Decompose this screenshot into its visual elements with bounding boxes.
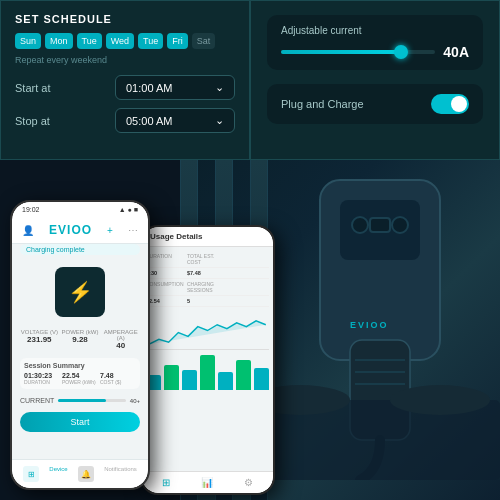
charger-symbol-icon: ⚡ xyxy=(68,280,93,304)
amperage-value: 40 xyxy=(116,341,125,350)
svg-rect-4 xyxy=(370,218,390,232)
stop-label: Stop at xyxy=(15,115,70,127)
stop-time-value: 05:00 AM xyxy=(126,115,172,127)
svg-point-3 xyxy=(392,217,408,233)
charger-icon-area: ⚡ xyxy=(12,259,148,325)
current-max: 40+ xyxy=(130,398,140,404)
sessions-val: 5 xyxy=(187,298,228,304)
toggle-knob xyxy=(451,96,467,112)
col-sessions: CHARGING SESSIONS xyxy=(187,281,228,293)
mini-slider[interactable] xyxy=(58,399,126,402)
svg-point-2 xyxy=(352,217,368,233)
phone-status-bar: 19:02 ▲ ● ■ xyxy=(12,202,148,217)
menu-icon[interactable]: ⋯ xyxy=(128,225,138,236)
plug-toggle[interactable] xyxy=(431,94,469,114)
phone-status-icons: ▲ ● ■ xyxy=(119,206,138,213)
schedule-panel: SET SCHEDULE Sun Mon Tue Wed Tue Fri Sat… xyxy=(0,0,250,160)
phone-screen-right: Usage Details DURATION TOTAL EST. COST 1… xyxy=(142,227,273,493)
start-chevron-icon: ⌄ xyxy=(215,81,224,94)
nav-device-label: Device xyxy=(49,466,67,482)
day-tue2[interactable]: Tue xyxy=(138,33,163,49)
phones-area: 19:02 ▲ ● ■ 👤 EVIOO + ⋯ Charging complet… xyxy=(0,180,340,500)
col-consumption: CONSUMPTION xyxy=(146,281,187,293)
line-chart xyxy=(146,315,269,350)
nav-notif-icon[interactable]: 🔔 xyxy=(78,466,94,482)
slider-track[interactable] xyxy=(281,50,435,54)
slider-fill xyxy=(281,50,397,54)
start-time-value: 01:00 AM xyxy=(126,82,172,94)
col-blank xyxy=(228,253,269,265)
right-phone-nav: ⊞ 📊 ⚙ xyxy=(142,471,273,493)
mini-fill xyxy=(58,399,105,402)
add-icon[interactable]: + xyxy=(107,225,113,236)
right-nav-icon-3[interactable]: ⚙ xyxy=(244,477,253,488)
bar-6 xyxy=(236,360,251,390)
start-time-input[interactable]: 01:00 AM ⌄ xyxy=(115,75,235,100)
day-mon[interactable]: Mon xyxy=(45,33,73,49)
usage-header-row-2: CONSUMPTION CHARGING SESSIONS xyxy=(146,279,269,296)
phone-screen-left: 19:02 ▲ ● ■ 👤 EVIOO + ⋯ Charging complet… xyxy=(12,202,148,488)
app-name: EVIOO xyxy=(49,223,92,237)
bar-7 xyxy=(254,368,269,390)
right-phone-header: Usage Details xyxy=(142,227,273,247)
power-stat: POWER (kW) 9.28 xyxy=(61,329,100,350)
stop-time-row: Stop at 05:00 AM ⌄ xyxy=(15,108,235,133)
day-sat[interactable]: Sat xyxy=(192,33,216,49)
schedule-title: SET SCHEDULE xyxy=(15,13,235,25)
repeat-text: Repeat every weekend xyxy=(15,55,235,65)
current-label-phone: CURRENT xyxy=(20,397,54,404)
svg-text:EVIOO: EVIOO xyxy=(350,320,389,330)
start-label: Start at xyxy=(15,82,70,94)
session-cost: 7.48 COST ($) xyxy=(100,372,136,385)
start-time-row: Start at 01:00 AM ⌄ xyxy=(15,75,235,100)
charging-badge: Charging complete xyxy=(20,244,140,255)
plug-section: Plug and Charge xyxy=(267,84,483,124)
slider-row: 40A xyxy=(281,44,469,60)
current-label: Adjustable current xyxy=(281,25,469,36)
line-chart-svg xyxy=(146,315,269,349)
session-duration: 01:30:23 DURATION xyxy=(24,372,60,385)
col-cost: TOTAL EST. COST xyxy=(187,253,228,265)
stop-chevron-icon: ⌄ xyxy=(215,114,224,127)
current-section: Adjustable current 40A xyxy=(267,15,483,70)
charger-icon-box: ⚡ xyxy=(55,267,105,317)
phone-left: 19:02 ▲ ● ■ 👤 EVIOO + ⋯ Charging complet… xyxy=(10,200,150,490)
stats-grid: VOLTAGE (V) 231.95 POWER (kW) 9.28 AMPER… xyxy=(12,325,148,354)
bar-chart xyxy=(146,350,269,390)
chart-area xyxy=(142,311,273,471)
phone-time: 19:02 xyxy=(22,206,40,213)
stop-time-input[interactable]: 05:00 AM ⌄ xyxy=(115,108,235,133)
phone-nav: ⊞ Device 🔔 Notifications xyxy=(12,459,148,488)
bar-2 xyxy=(164,365,179,390)
session-kwh: 22.54 POWER (kWh) xyxy=(62,372,98,385)
start-button[interactable]: Start xyxy=(20,412,140,432)
usage-header-row: DURATION TOTAL EST. COST xyxy=(146,251,269,268)
day-sun[interactable]: Sun xyxy=(15,33,41,49)
duration-val: 1:30 xyxy=(146,270,187,276)
bar-3 xyxy=(182,370,197,390)
amperage-stat: AMPERAGE (A) 40 xyxy=(101,329,140,350)
phone-right: Usage Details DURATION TOTAL EST. COST 1… xyxy=(140,225,275,495)
day-tue[interactable]: Tue xyxy=(77,33,102,49)
day-wed[interactable]: Wed xyxy=(106,33,134,49)
right-nav-icon-1[interactable]: ⊞ xyxy=(162,477,170,488)
cost-val: $7.48 xyxy=(187,270,228,276)
right-panel: Adjustable current 40A Plug and Charge xyxy=(250,0,500,160)
blank-val xyxy=(228,270,269,276)
nav-notif-label: Notifications xyxy=(104,466,137,482)
day-selector: Sun Mon Tue Wed Tue Fri Sat xyxy=(15,33,235,49)
session-title: Session Summary xyxy=(24,362,136,369)
current-row: CURRENT 40+ xyxy=(12,393,148,408)
slider-thumb[interactable] xyxy=(394,45,408,59)
bottom-area: EVIOO 19:02 ▲ ● ■ xyxy=(0,160,500,500)
current-value: 40A xyxy=(443,44,469,60)
day-fri[interactable]: Fri xyxy=(167,33,188,49)
plug-label: Plug and Charge xyxy=(281,98,364,110)
bar-5 xyxy=(218,372,233,390)
usage-data-row-1: 1:30 $7.48 xyxy=(146,268,269,279)
right-nav-icon-2[interactable]: 📊 xyxy=(201,477,213,488)
blank-val2 xyxy=(228,298,269,304)
nav-device-icon[interactable]: ⊞ xyxy=(23,466,39,482)
voltage-stat: VOLTAGE (V) 231.95 xyxy=(20,329,59,350)
amperage-label: AMPERAGE (A) xyxy=(101,329,140,341)
